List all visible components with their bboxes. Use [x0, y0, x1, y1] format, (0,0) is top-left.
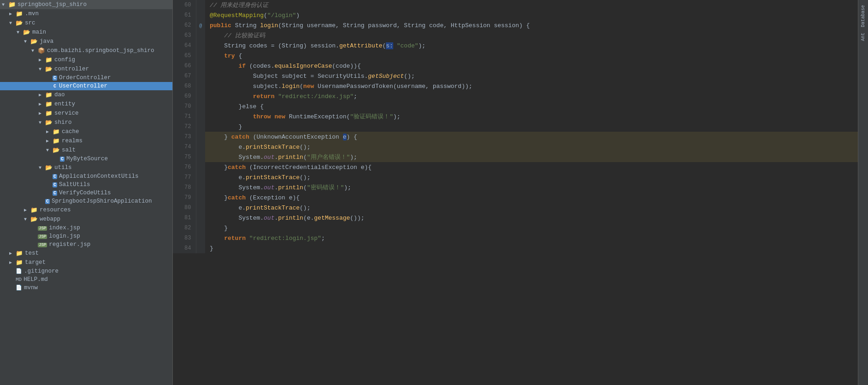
folder-icon: 📁 — [45, 100, 53, 108]
java-file-icon: C — [53, 173, 57, 180]
tree-arrow-webapp: ▼ — [24, 217, 30, 222]
line-number-77: 77 — [173, 172, 196, 182]
line-gutter-61 — [196, 10, 205, 20]
folder-icon: 📂 — [30, 38, 38, 45]
folder-icon: 📁 — [16, 10, 23, 18]
folder-icon: 📁 — [45, 91, 53, 99]
line-code-74: e.printStackTrace(); — [205, 142, 858, 152]
line-code-63: // 比较验证码 — [205, 30, 858, 41]
line-gutter-73 — [196, 132, 205, 142]
tree-label-gitignore: .gitignore — [24, 268, 171, 274]
tree-item-SpringbootJspShiroApplication[interactable]: CSpringbootJspShiroApplication — [0, 197, 172, 205]
tree-item-MyByteSource[interactable]: CMyByteSource — [0, 155, 172, 163]
tree-label-test: test — [25, 250, 171, 257]
file-tree[interactable]: ▼📁springboot_jsp_shiro▶📁.mvn▼📂src▼📂main▼… — [0, 0, 173, 385]
tree-label-target: target — [25, 259, 171, 266]
tree-label-service: service — [54, 110, 171, 117]
line-gutter-66 — [196, 61, 205, 71]
line-gutter-82 — [196, 223, 205, 233]
line-code-69: return "redirect:/index.jsp"; — [205, 91, 858, 101]
tree-item-config[interactable]: ▶📁config — [0, 55, 172, 64]
tree-label-register_jsp: register.jsp — [49, 241, 171, 248]
code-editor: 60// 用来处理身份认证61@RequestMapping("/login")… — [173, 0, 858, 385]
tree-label-main: main — [32, 29, 171, 35]
tree-item-gitignore[interactable]: 📄.gitignore — [0, 267, 172, 275]
tree-label-UserController: UserController — [59, 83, 171, 89]
tree-item-ApplicationContextUtils[interactable]: CApplicationContextUtils — [0, 172, 172, 181]
line-code-82: } — [205, 223, 858, 233]
line-number-81: 81 — [173, 213, 196, 223]
line-number-83: 83 — [173, 233, 196, 243]
code-line-64: 64 String codes = (String) session.getAt… — [173, 41, 858, 51]
tree-label-realms: realms — [62, 138, 171, 144]
tree-item-SaltUtils[interactable]: CSaltUtils — [0, 181, 172, 189]
code-scroll-area[interactable]: 60// 用来处理身份认证61@RequestMapping("/login")… — [173, 0, 858, 385]
tree-item-com_pkg[interactable]: ▼📦com.baizhi.springboot_jsp_shiro — [0, 46, 172, 55]
java-file-icon: C — [53, 75, 57, 81]
tree-item-entity[interactable]: ▶📁entity — [0, 99, 172, 109]
tree-item-service[interactable]: ▶📁service — [0, 109, 172, 118]
tree-item-OrderController[interactable]: COrderController — [0, 74, 172, 82]
line-number-60: 60 — [173, 0, 196, 10]
tree-label-springboot_jsp_shiro: springboot_jsp_shiro — [18, 1, 171, 8]
line-gutter-70 — [196, 101, 205, 111]
ant-tab[interactable]: Ant — [860, 30, 867, 44]
tree-item-mvn[interactable]: ▶📁.mvn — [0, 9, 172, 18]
tree-item-login_jsp[interactable]: JSPlogin.jsp — [0, 232, 172, 240]
line-gutter-83 — [196, 233, 205, 243]
tree-item-index_jsp[interactable]: JSPindex.jsp — [0, 224, 172, 232]
line-code-80: e.printStackTrace(); — [205, 203, 858, 213]
tree-item-dao[interactable]: ▶📁dao — [0, 90, 172, 99]
tree-item-main[interactable]: ▼📂main — [0, 28, 172, 37]
line-code-61: @RequestMapping("/login") — [205, 10, 858, 20]
code-line-70: 70 }else { — [173, 101, 858, 111]
code-line-77: 77 e.printStackTrace(); — [173, 172, 858, 182]
gutter-marker: @ — [199, 23, 202, 29]
tree-item-register_jsp[interactable]: JSPregister.jsp — [0, 240, 172, 249]
folder-icon: 📂 — [23, 29, 30, 36]
line-code-71: throw new RuntimeException("验证码错误！"); — [205, 111, 858, 122]
line-number-73: 73 — [173, 132, 196, 142]
line-number-74: 74 — [173, 142, 196, 152]
tree-item-test[interactable]: ▶📁test — [0, 249, 172, 258]
line-code-70: }else { — [205, 101, 858, 111]
tree-label-utils: utils — [54, 164, 171, 171]
tree-item-salt[interactable]: ▼📂salt — [0, 146, 172, 155]
java-file-icon: C — [45, 198, 50, 204]
line-number-64: 64 — [173, 41, 196, 51]
tree-item-realms[interactable]: ▶📁realms — [0, 136, 172, 146]
java-file-icon: C — [53, 181, 57, 188]
tree-item-HELP_md[interactable]: MDHELP.md — [0, 275, 172, 284]
tree-item-springboot_jsp_shiro[interactable]: ▼📁springboot_jsp_shiro — [0, 0, 172, 9]
tree-label-com_pkg: com.baizhi.springboot_jsp_shiro — [47, 47, 171, 54]
tree-item-mvnw[interactable]: 📄mvnw — [0, 284, 172, 292]
tree-item-shiro[interactable]: ▼📂shiro — [0, 118, 172, 127]
database-tab[interactable]: Database — [860, 2, 867, 30]
line-code-64: String codes = (String) session.getAttri… — [205, 41, 858, 51]
tree-item-java[interactable]: ▼📂java — [0, 37, 172, 46]
tree-item-webapp[interactable]: ▼📂webapp — [0, 215, 172, 224]
jsp-file-icon: JSP — [38, 241, 47, 248]
tree-item-target[interactable]: ▶📁target — [0, 258, 172, 267]
tree-item-utils[interactable]: ▼📂utils — [0, 163, 172, 172]
line-gutter-60 — [196, 0, 205, 10]
tree-item-cache[interactable]: ▶📁cache — [0, 127, 172, 136]
tree-item-controller[interactable]: ▼📂controller — [0, 64, 172, 74]
tree-item-UserController[interactable]: CUserController — [0, 82, 172, 90]
line-number-63: 63 — [173, 30, 196, 41]
tree-label-SaltUtils: SaltUtils — [59, 181, 171, 188]
line-code-79: }catch (Exception e){ — [205, 192, 858, 203]
tree-item-src[interactable]: ▼📂src — [0, 18, 172, 28]
line-gutter-67 — [196, 71, 205, 81]
line-number-61: 61 — [173, 10, 196, 20]
tree-arrow-dao: ▶ — [39, 92, 45, 98]
tree-label-controller: controller — [54, 66, 171, 72]
line-gutter-74 — [196, 142, 205, 152]
java-file-icon: C — [53, 83, 57, 89]
line-number-65: 65 — [173, 51, 196, 61]
tree-item-VerifyCodeUtils[interactable]: CVerifyCodeUtils — [0, 189, 172, 197]
tree-item-resources[interactable]: ▶📁resources — [0, 205, 172, 215]
tree-arrow-config: ▶ — [39, 57, 45, 63]
code-line-65: 65 try { — [173, 51, 858, 61]
line-gutter-69 — [196, 91, 205, 101]
